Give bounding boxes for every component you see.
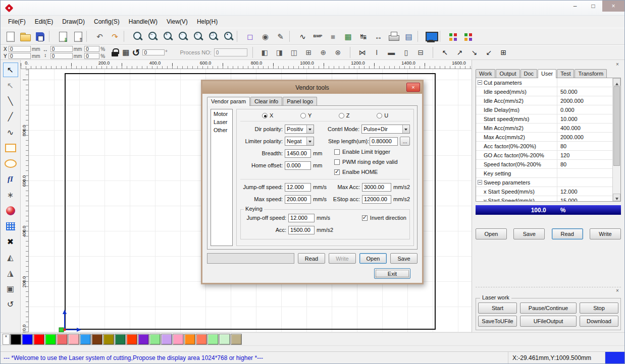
array-grid-icon[interactable]: ⊟ xyxy=(414,46,428,58)
zoom-in-icon[interactable]: + xyxy=(160,30,175,43)
delete-tool[interactable]: ✖ xyxy=(3,234,18,249)
scrollbar-thumb[interactable] xyxy=(613,86,620,166)
palette-color[interactable] xyxy=(184,334,195,345)
x-position-input[interactable] xyxy=(9,46,31,52)
height-input[interactable] xyxy=(50,53,73,59)
save-icon[interactable] xyxy=(33,30,47,43)
palette-color[interactable] xyxy=(115,334,126,345)
save-button[interactable]: Save xyxy=(390,253,418,264)
param-row[interactable]: Start speed(mm/s) 10.000 xyxy=(476,114,612,124)
category-other[interactable]: Other xyxy=(214,127,230,135)
axis-x-radio[interactable]: X xyxy=(262,112,273,118)
grid-tool[interactable] xyxy=(3,219,18,233)
scroll-down-icon[interactable] xyxy=(613,194,620,201)
home-offset-input[interactable] xyxy=(285,161,311,170)
scale-y-input[interactable] xyxy=(84,53,99,59)
estop-acc-input[interactable] xyxy=(362,195,391,204)
param-row[interactable]: x Start Speed(mm/s) 12.000 xyxy=(476,187,612,196)
y-position-input[interactable] xyxy=(9,53,31,59)
param-row[interactable]: Min Acc(mm/s2) 400.000 xyxy=(476,124,612,133)
text-tool[interactable]: fI xyxy=(3,172,18,187)
outline-icon[interactable]: ▯ xyxy=(399,46,413,58)
zoom-point-icon[interactable]: · xyxy=(175,30,190,43)
pause-continue-button[interactable]: Pause/Continue xyxy=(520,302,577,314)
exit-button[interactable]: Exit xyxy=(374,268,410,279)
ellipse-tool[interactable] xyxy=(3,156,18,171)
palette-color[interactable] xyxy=(33,334,44,345)
param-row[interactable]: Acc factor(0%-200%) 80 xyxy=(476,142,612,151)
redo-icon[interactable]: ↷ xyxy=(108,30,122,43)
zoom-page-icon[interactable]: ▫ xyxy=(190,30,205,43)
undo-icon[interactable]: ↶ xyxy=(92,30,107,43)
limiter-polarity-select[interactable]: Negat xyxy=(285,137,314,146)
write-button[interactable]: Write xyxy=(590,228,621,239)
tab-work[interactable]: Work xyxy=(476,69,495,78)
param-row[interactable]: Speed factor(0%-200% 80 xyxy=(476,160,612,169)
dialog-close-button[interactable]: × xyxy=(406,83,420,92)
invert-direction-checkbox[interactable] xyxy=(362,215,368,221)
maximize-button[interactable]: □ xyxy=(584,1,602,12)
dir-polarity-select[interactable]: Positiv xyxy=(285,125,314,134)
text-cursor-icon[interactable]: I xyxy=(370,46,384,58)
rectangle-tool[interactable] xyxy=(3,141,18,155)
axis-z-radio[interactable]: Z xyxy=(339,112,350,118)
menu-edit[interactable]: Edit(E) xyxy=(30,17,58,27)
tab-vendor-param[interactable]: Vendor param xyxy=(207,97,250,106)
line-tool[interactable]: ╲ xyxy=(3,94,18,108)
open-file-icon[interactable] xyxy=(18,30,32,43)
node-pick-icon[interactable]: ◉ xyxy=(258,30,273,43)
write-button[interactable]: Write xyxy=(329,253,356,264)
enable-home-checkbox[interactable] xyxy=(334,169,340,175)
palette-color[interactable] xyxy=(207,334,219,345)
process-no-input[interactable] xyxy=(214,48,247,56)
preview-icon[interactable]: ▤ xyxy=(401,30,416,43)
stop-button[interactable]: Stop xyxy=(580,302,618,314)
lock-aspect-icon[interactable] xyxy=(111,48,119,57)
tab-test[interactable]: Test xyxy=(557,69,574,78)
minimize-button[interactable]: – xyxy=(566,1,584,12)
select-frame-icon[interactable]: ◻ xyxy=(243,30,257,43)
param-row[interactable]: Key setting xyxy=(476,169,612,178)
new-file-icon[interactable] xyxy=(3,30,17,43)
menu-help[interactable]: Help(H) xyxy=(192,17,222,27)
flatten-icon[interactable]: ▬ xyxy=(385,46,398,58)
enable-limit-checkbox[interactable] xyxy=(334,149,340,155)
table-icon[interactable]: ▦ xyxy=(122,48,129,57)
rotation-input[interactable] xyxy=(142,49,165,55)
zoom-all-icon[interactable]: □ xyxy=(205,30,220,43)
axis-u-radio[interactable]: U xyxy=(377,112,388,118)
print-icon[interactable] xyxy=(386,30,401,43)
param-row[interactable]: Max Acc(mm/s2) 2000.000 xyxy=(476,133,612,142)
palette-color[interactable] xyxy=(45,334,56,345)
menu-config[interactable]: Config(S) xyxy=(89,17,124,27)
zoom-select-icon[interactable]: ▪ xyxy=(221,30,235,43)
pen-tool-icon[interactable]: ✎ xyxy=(273,30,288,43)
palette-color[interactable] xyxy=(173,334,184,345)
anchor-top-right-icon[interactable]: ↗ xyxy=(453,46,466,58)
step-length-input[interactable] xyxy=(370,137,398,146)
trim-icon[interactable]: ⋈ xyxy=(355,46,369,58)
measure-height-icon[interactable]: ↔ xyxy=(371,30,386,43)
display-icon[interactable] xyxy=(424,30,438,43)
key-acc-input[interactable] xyxy=(288,226,315,234)
palette-color[interactable] xyxy=(231,334,242,345)
palette-color[interactable] xyxy=(196,334,207,345)
table-scrollbar[interactable] xyxy=(612,78,620,201)
menu-view[interactable]: View(V) xyxy=(162,17,192,27)
mirror-horizontal-tool[interactable]: ◮ xyxy=(3,266,18,280)
offset-tool[interactable]: ▣ xyxy=(3,281,18,296)
open-button[interactable]: Open xyxy=(359,253,387,264)
select-tool[interactable]: ↖ xyxy=(3,63,18,77)
read-button[interactable]: Read xyxy=(298,253,325,264)
close-laser-panel-icon[interactable]: × xyxy=(614,288,621,293)
zoom-out-icon[interactable]: − xyxy=(145,30,160,43)
tab-user[interactable]: User xyxy=(538,69,556,78)
export-icon[interactable]: ⇑ xyxy=(70,30,85,43)
anchor-top-left-icon[interactable]: ↖ xyxy=(438,46,452,58)
group-icon[interactable]: ⊕ xyxy=(317,46,330,58)
tab-output[interactable]: Output xyxy=(496,69,519,78)
dialog-title-bar[interactable]: Vendor tools × xyxy=(202,81,422,94)
palette-color[interactable] xyxy=(91,334,102,345)
palette-color[interactable] xyxy=(80,334,91,345)
palette-color[interactable] xyxy=(103,334,114,345)
